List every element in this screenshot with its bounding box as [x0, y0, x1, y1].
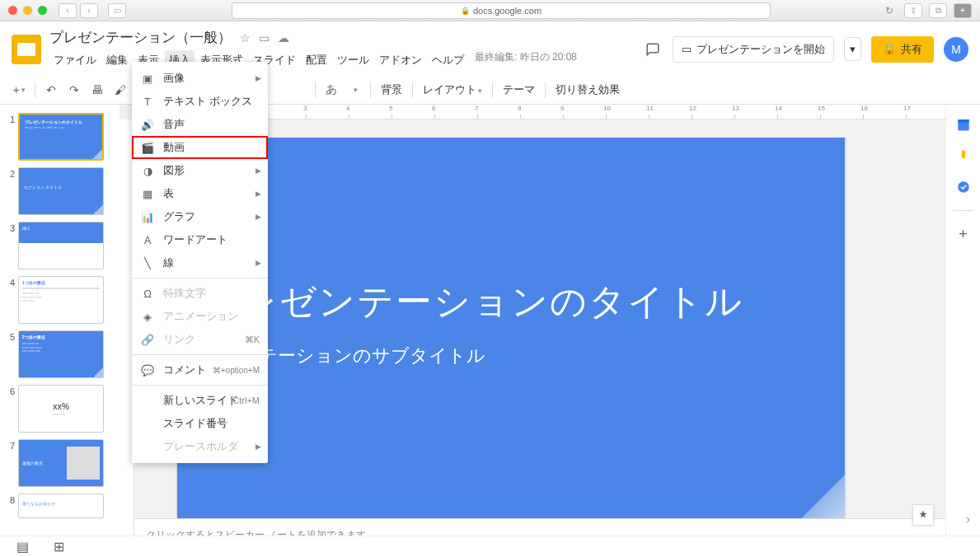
calendar-icon[interactable] — [955, 116, 972, 133]
slide-thumb-8[interactable]: 最たなるお知らせ — [18, 494, 104, 518]
comment-icon: 💬 — [140, 363, 155, 377]
image-icon: ▣ — [140, 71, 155, 86]
menu-item-wordart[interactable]: A ワードアート — [132, 228, 268, 251]
menu-item-table[interactable]: ▦ 表 ▶ — [132, 182, 268, 205]
slide-thumb-3[interactable]: 挿入 — [18, 222, 104, 269]
background-button[interactable]: 背景 — [376, 82, 407, 97]
special-char-icon: Ω — [140, 286, 155, 301]
forward-button[interactable]: › — [80, 3, 98, 18]
nav-buttons: ‹ › — [59, 3, 98, 18]
submenu-arrow-icon: ▶ — [256, 259, 261, 267]
last-edit-label: 最終編集: 昨日の 20:08 — [475, 50, 577, 70]
menu-item-new-slide[interactable]: 新しいスライド Ctrl+M — [132, 389, 268, 412]
url-text: docs.google.com — [473, 6, 542, 16]
link-icon: 🔗 — [140, 332, 155, 347]
line-icon: ╲ — [140, 255, 155, 270]
browser-chrome: ‹ › ▭ 🔒 docs.google.com ↻ ⇪ ⧉ + — [0, 0, 980, 21]
menu-item-comment[interactable]: 💬 コメント ⌘+option+M — [132, 358, 268, 381]
slide-thumb-2[interactable]: セクション タイトル — [18, 167, 104, 215]
undo-button[interactable]: ↶ — [40, 79, 62, 101]
reload-button[interactable]: ↻ — [881, 2, 898, 19]
menu-item-link: 🔗 リンク ⌘K — [132, 328, 268, 351]
slide-thumb-4[interactable]: 1つ目の要点 ━━━ ━━━━ ━━━━━━ ━━━ ━━━━━━━ ━━━━ — [18, 276, 104, 324]
tabs-button[interactable]: ⧉ — [929, 3, 947, 18]
window-controls — [8, 6, 47, 15]
menu-item-textbox[interactable]: T テキスト ボックス — [132, 90, 268, 113]
share-label: 共有 — [901, 42, 922, 57]
tasks-icon[interactable] — [955, 179, 972, 195]
audio-icon: 🔊 — [140, 117, 155, 132]
browser-right: ⇪ ⧉ + — [904, 3, 972, 18]
share-button[interactable]: 🔒 共有 — [871, 36, 934, 63]
menu-item-line[interactable]: ╲ 線 ▶ — [132, 251, 268, 274]
document-title[interactable]: プレゼンテーション（一般） — [49, 28, 232, 47]
menu-item-chart[interactable]: 📊 グラフ ▶ — [132, 205, 268, 228]
grid-view-icon[interactable]: ⊞ — [54, 539, 64, 555]
url-bar[interactable]: 🔒 docs.google.com — [232, 2, 771, 19]
new-slide-button[interactable]: +▾ — [8, 79, 30, 101]
star-icon[interactable]: ☆ — [240, 31, 251, 44]
close-window-button[interactable] — [8, 6, 17, 15]
slide-corner-fold — [795, 475, 845, 525]
textbox-icon: T — [140, 94, 155, 109]
slide-canvas[interactable]: プレゼンテーションのタイトル レゼンテーションのサブタイトル — [177, 138, 845, 525]
theme-button[interactable]: テーマ — [498, 82, 540, 97]
redo-button[interactable]: ↷ — [63, 79, 85, 101]
slides-logo[interactable] — [12, 35, 41, 64]
insert-dropdown-menu: ▣ 画像 ▶ T テキスト ボックス 🔊 音声 🎬 動画 ◑ 図形 ▶ ▦ 表 … — [132, 62, 268, 463]
share-browser-button[interactable]: ⇪ — [904, 3, 922, 18]
paint-button[interactable]: 🖌 — [110, 79, 131, 101]
explore-button[interactable] — [912, 504, 934, 526]
collapse-panel-button[interactable]: › — [966, 513, 970, 526]
submenu-arrow-icon: ▶ — [256, 442, 261, 451]
slide-thumb-1[interactable]: プレゼンテーションのタイトル プレゼンテーションのサブタイトル — [18, 113, 104, 161]
menu-arrange[interactable]: 配置 — [302, 50, 331, 70]
slide-subtitle-text[interactable]: レゼンテーションのサブタイトル — [202, 344, 820, 368]
table-icon: ▦ — [140, 186, 155, 201]
present-button[interactable]: ▭ プレゼンテーションを開始 — [673, 36, 834, 63]
move-icon[interactable]: ▭ — [259, 31, 270, 44]
menu-item-shape[interactable]: ◑ 図形 ▶ — [132, 159, 268, 182]
minimize-window-button[interactable] — [23, 6, 32, 15]
cloud-icon[interactable]: ☁ — [278, 31, 289, 44]
wordart-icon: A — [140, 232, 155, 247]
slide-title-text[interactable]: プレゼンテーションのタイトル — [202, 278, 820, 326]
menu-item-video[interactable]: 🎬 動画 — [132, 136, 268, 159]
input-dropdown[interactable]: ▾ — [344, 79, 365, 101]
slide-thumbnails-panel[interactable]: 1 プレゼンテーションのタイトル プレゼンテーションのサブタイトル 2 セクショ… — [0, 105, 120, 551]
menu-item-slide-number[interactable]: スライド番号 — [132, 412, 268, 435]
menu-item-image[interactable]: ▣ 画像 ▶ — [132, 67, 268, 90]
slide-thumb-6[interactable]: xx%━━━━ ━━━ — [18, 385, 104, 433]
animation-icon: ◈ — [140, 309, 155, 324]
present-label: プレゼンテーションを開始 — [696, 42, 825, 57]
header-right: ▭ プレゼンテーションを開始 ▾ 🔒 共有 M — [643, 36, 968, 63]
video-icon: 🎬 — [140, 140, 155, 155]
slide-thumb-5[interactable]: 2つ目の要点 ━━━ ━━━━ ━━━━━━ ━━━ ━━━━━━━ ━━━━ … — [18, 330, 104, 378]
input-method-button[interactable]: あ — [321, 79, 342, 101]
present-dropdown[interactable]: ▾ — [844, 37, 861, 61]
present-icon: ▭ — [682, 43, 692, 55]
add-tab-button[interactable]: + — [954, 3, 972, 18]
add-addon-icon[interactable]: + — [955, 226, 972, 242]
menu-addons[interactable]: アドオン — [375, 50, 426, 70]
keep-icon[interactable] — [955, 147, 972, 164]
layout-button[interactable]: レイアウト▾ — [418, 82, 487, 97]
transition-button[interactable]: 切り替え効果 — [551, 82, 625, 97]
shape-icon: ◑ — [140, 163, 155, 178]
menu-edit[interactable]: 編集 — [102, 50, 132, 70]
fullscreen-window-button[interactable] — [38, 6, 47, 15]
menu-help[interactable]: ヘルプ — [428, 50, 468, 70]
comment-history-icon[interactable] — [643, 40, 663, 59]
user-avatar[interactable]: M — [944, 37, 968, 62]
print-button[interactable]: 🖶 — [87, 79, 108, 101]
back-button[interactable]: ‹ — [59, 3, 77, 18]
menu-item-placeholder: プレースホルダ ▶ — [132, 435, 268, 458]
menu-tools[interactable]: ツール — [333, 50, 373, 70]
svg-rect-1 — [958, 119, 969, 123]
lock-icon: 🔒 — [461, 7, 470, 15]
slide-thumb-7[interactable]: 最後の要点 — [18, 439, 104, 487]
filmstrip-view-icon[interactable]: ▤ — [16, 539, 29, 555]
menu-file[interactable]: ファイル — [49, 50, 101, 70]
menu-item-audio[interactable]: 🔊 音声 — [132, 113, 268, 136]
sidebar-toggle-button[interactable]: ▭ — [108, 3, 126, 18]
